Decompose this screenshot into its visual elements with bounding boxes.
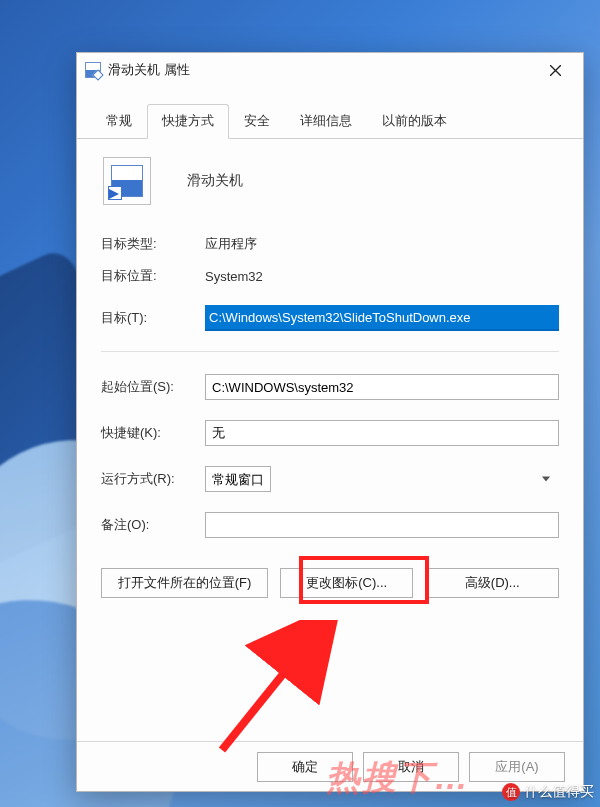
tab-details[interactable]: 详细信息 (285, 104, 367, 139)
row-start-in: 起始位置(S): (101, 374, 559, 400)
comment-input[interactable] (205, 512, 559, 538)
label-run-mode: 运行方式(R): (101, 470, 205, 488)
row-shortcut-key: 快捷键(K): (101, 420, 559, 446)
apply-button[interactable]: 应用(A) (469, 752, 565, 782)
label-start-in: 起始位置(S): (101, 378, 205, 396)
tab-content: 滑动关机 目标类型: 应用程序 目标位置: System32 目标(T): 起始… (77, 139, 583, 618)
tab-shortcut[interactable]: 快捷方式 (147, 104, 229, 139)
target-input[interactable] (205, 305, 559, 331)
shortcut-icon (85, 62, 101, 78)
shortcut-large-icon (103, 157, 151, 205)
mid-button-row: 打开文件所在的位置(F) 更改图标(C)... 高级(D)... (101, 568, 559, 598)
titlebar[interactable]: 滑动关机 属性 (77, 53, 583, 87)
start-in-input[interactable] (205, 374, 559, 400)
row-target: 目标(T): (101, 305, 559, 331)
open-file-location-button[interactable]: 打开文件所在的位置(F) (101, 568, 268, 598)
tabstrip: 常规 快捷方式 安全 详细信息 以前的版本 (77, 103, 583, 139)
properties-dialog: 滑动关机 属性 常规 快捷方式 安全 详细信息 以前的版本 滑动关机 目标类型:… (76, 52, 584, 792)
close-icon (550, 65, 561, 76)
row-comment: 备注(O): (101, 512, 559, 538)
row-target-location: 目标位置: System32 (101, 267, 559, 285)
label-target-location: 目标位置: (101, 267, 205, 285)
watermark-text: 热搜下… (326, 755, 470, 801)
label-target-type: 目标类型: (101, 235, 205, 253)
label-shortcut-key: 快捷键(K): (101, 424, 205, 442)
run-mode-select[interactable]: 常规窗口 (205, 466, 271, 492)
tab-previous-versions[interactable]: 以前的版本 (367, 104, 462, 139)
icon-name-row: 滑动关机 (103, 157, 559, 205)
smzdm-badge-icon: 值 (502, 783, 520, 801)
divider (101, 351, 559, 352)
row-run-mode: 运行方式(R): 常规窗口 (101, 466, 559, 492)
label-comment: 备注(O): (101, 516, 205, 534)
shortcut-name: 滑动关机 (187, 172, 243, 190)
row-target-type: 目标类型: 应用程序 (101, 235, 559, 253)
watermark-smzdm: 值 什么值得买 (502, 783, 594, 801)
label-target: 目标(T): (101, 309, 205, 327)
change-icon-button[interactable]: 更改图标(C)... (280, 568, 414, 598)
close-button[interactable] (533, 56, 577, 84)
smzdm-text: 什么值得买 (524, 783, 594, 801)
shortcut-key-input[interactable] (205, 420, 559, 446)
value-target-type: 应用程序 (205, 235, 257, 253)
tab-security[interactable]: 安全 (229, 104, 285, 139)
value-target-location: System32 (205, 269, 263, 284)
tab-general[interactable]: 常规 (91, 104, 147, 139)
advanced-button[interactable]: 高级(D)... (425, 568, 559, 598)
dialog-title: 滑动关机 属性 (108, 61, 533, 79)
